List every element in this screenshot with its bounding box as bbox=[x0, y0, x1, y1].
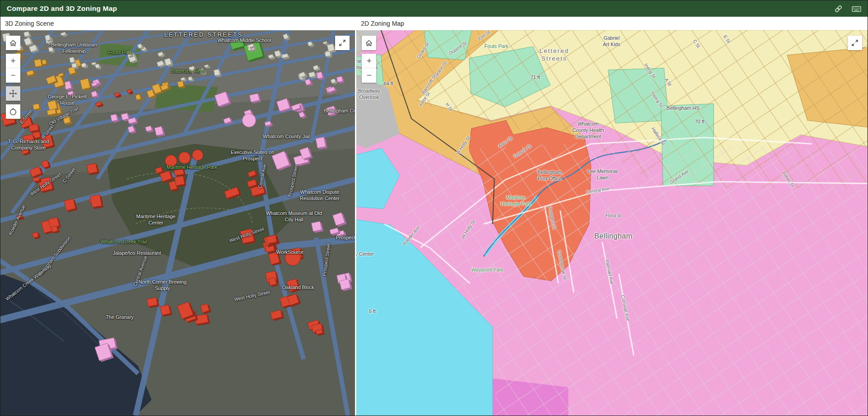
compass-icon[interactable] bbox=[6, 104, 20, 119]
header-actions bbox=[834, 5, 861, 13]
zoom-out-button[interactable]: − bbox=[6, 68, 20, 83]
zoom-in-button[interactable]: + bbox=[6, 54, 20, 68]
home-button[interactable] bbox=[362, 36, 376, 50]
scene-3d-canvas[interactable] bbox=[0, 30, 355, 416]
zoning-compare-app: Compare 2D and 3D Zoning Map 3D Zoning S… bbox=[0, 0, 868, 416]
expand-icon[interactable] bbox=[848, 36, 862, 50]
panel-3d: 3D Zoning Scene bbox=[0, 17, 355, 416]
panel-2d: 2D Zoning Map bbox=[356, 17, 868, 416]
keyboard-icon[interactable] bbox=[852, 5, 861, 13]
home-button[interactable] bbox=[6, 36, 20, 50]
expand-icon[interactable] bbox=[335, 36, 350, 50]
app-title: Compare 2D and 3D Zoning Map bbox=[7, 5, 117, 13]
scene-3d-view[interactable]: LETTERED STREETSWhatcom Middle SchoolBel… bbox=[0, 30, 355, 416]
split-view: 3D Zoning Scene bbox=[0, 17, 868, 416]
pan-tool-button[interactable] bbox=[6, 86, 20, 101]
scene-3d-controls: + − bbox=[6, 36, 20, 119]
zoom-out-button[interactable]: − bbox=[362, 68, 376, 83]
map-2d-controls: + − bbox=[362, 36, 376, 83]
app-header: Compare 2D and 3D Zoning Map bbox=[0, 0, 868, 17]
map-2d-view[interactable]: Gabriel Art KidsLettered StreetsFouts Pa… bbox=[356, 30, 868, 416]
link-icon[interactable] bbox=[834, 5, 843, 13]
panel-3d-title: 3D Zoning Scene bbox=[0, 17, 355, 30]
zoom-in-button[interactable]: + bbox=[362, 54, 376, 68]
map-2d-canvas[interactable] bbox=[356, 30, 868, 416]
panel-2d-title: 2D Zoning Map bbox=[356, 17, 868, 30]
